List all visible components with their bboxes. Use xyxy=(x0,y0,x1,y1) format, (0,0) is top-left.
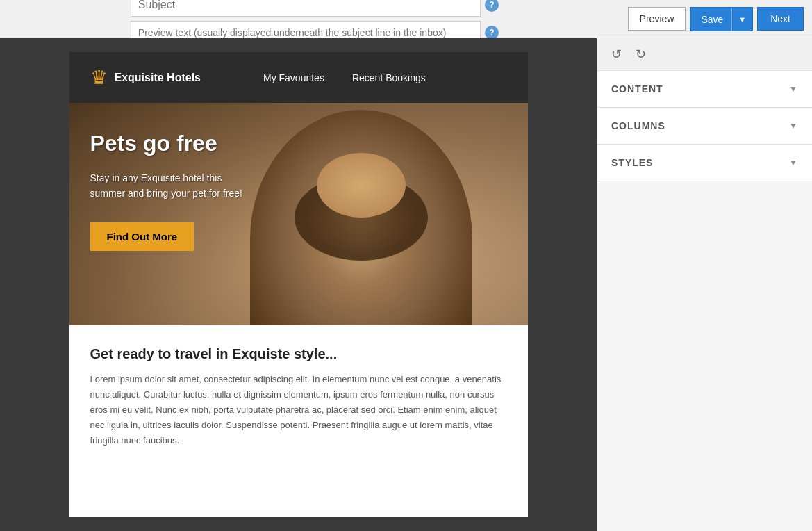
accordion-content-label: CONTENT xyxy=(611,83,663,95)
accordion-content: CONTENT ▼ xyxy=(597,71,812,108)
accordion-styles-label: STYLES xyxy=(611,157,653,168)
email-container: ♛ Exquisite Hotels My Favourites Recent … xyxy=(69,52,528,517)
nav-link-favourites[interactable]: My Favourites xyxy=(263,72,324,83)
hero-cta-button[interactable]: Find Out More xyxy=(90,222,194,251)
save-button[interactable]: Save xyxy=(690,8,732,31)
email-body: Get ready to travel in Exquiste style...… xyxy=(69,325,528,469)
accordion-content-header[interactable]: CONTENT ▼ xyxy=(597,71,812,107)
email-preview-area: ♛ Exquisite Hotels My Favourites Recent … xyxy=(0,38,597,531)
body-heading: Get ready to travel in Exquiste style... xyxy=(90,346,507,362)
save-dropdown-button[interactable]: ▼ xyxy=(732,8,752,31)
hero-content: Pets go free Stay in any Exquisite hotel… xyxy=(90,131,257,251)
accordion-columns-label: COLUMNS xyxy=(611,120,665,131)
accordion-styles-chevron: ▼ xyxy=(789,158,798,168)
logo-text: Exquisite Hotels xyxy=(115,71,201,84)
redo-button[interactable]: ↻ xyxy=(631,45,650,63)
right-panel: ↺ ↻ CONTENT ▼ COLUMNS ▼ STYLES ▼ xyxy=(597,38,812,531)
accordion-columns-chevron: ▼ xyxy=(789,121,798,131)
accordion-styles: STYLES ▼ xyxy=(597,145,812,181)
body-text: Lorem ipsum dolor sit amet, consectetur … xyxy=(90,372,507,448)
subject-row: ? xyxy=(131,0,499,17)
accordion-content-chevron: ▼ xyxy=(789,84,798,94)
subject-help-icon[interactable]: ? xyxy=(485,0,499,12)
accordion-columns-header[interactable]: COLUMNS ▼ xyxy=(597,108,812,144)
email-header: ♛ Exquisite Hotels My Favourites Recent … xyxy=(69,52,528,103)
save-button-group: Save ▼ xyxy=(690,7,753,31)
accordion-styles-header[interactable]: STYLES ▼ xyxy=(597,145,812,181)
subject-input[interactable] xyxy=(131,0,481,17)
email-nav: My Favourites Recent Bookings xyxy=(263,72,426,83)
undo-button[interactable]: ↺ xyxy=(607,45,626,63)
crown-icon: ♛ xyxy=(90,66,108,89)
top-bar-actions: Preview Save ▼ Next xyxy=(628,7,804,31)
accordion-columns: COLUMNS ▼ xyxy=(597,108,812,145)
nav-link-bookings[interactable]: Recent Bookings xyxy=(352,72,426,83)
logo-area: ♛ Exquisite Hotels xyxy=(90,66,201,89)
top-bar: ? ? Preview Save ▼ Next xyxy=(0,0,812,38)
next-button[interactable]: Next xyxy=(757,7,804,31)
hero-body-text: Stay in any Exquisite hotel this summer … xyxy=(90,170,257,202)
preview-button[interactable]: Preview xyxy=(628,7,686,31)
main-area: ♛ Exquisite Hotels My Favourites Recent … xyxy=(0,38,812,531)
hero-title: Pets go free xyxy=(90,131,257,156)
hero-section: Pets go free Stay in any Exquisite hotel… xyxy=(69,103,528,325)
panel-toolbar: ↺ ↻ xyxy=(597,38,812,71)
preview-help-icon[interactable]: ? xyxy=(485,26,499,40)
